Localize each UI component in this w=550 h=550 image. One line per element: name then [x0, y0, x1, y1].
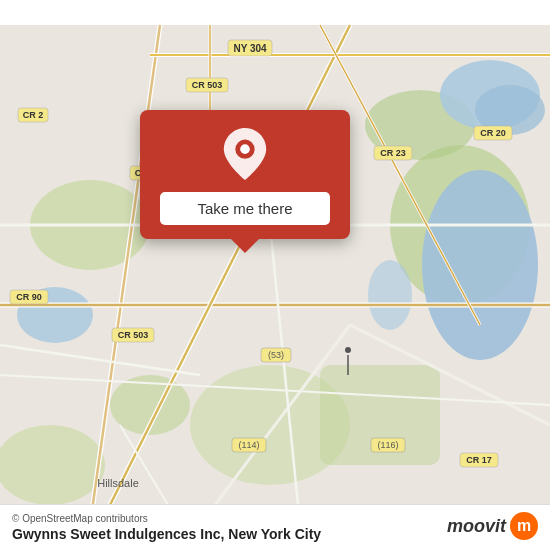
moovit-icon: m: [510, 512, 538, 540]
svg-text:Hillsdale: Hillsdale: [97, 477, 139, 489]
svg-text:NY 304: NY 304: [233, 43, 267, 54]
svg-text:CR 17: CR 17: [466, 455, 492, 465]
svg-point-13: [368, 260, 412, 330]
svg-text:CR 2: CR 2: [23, 110, 44, 120]
map-svg: NY 304 CR 2 CR 503 CR 5 CR 23 CR 20 CR 9…: [0, 0, 550, 550]
svg-text:(114): (114): [238, 440, 259, 450]
svg-text:CR 90: CR 90: [16, 292, 42, 302]
svg-point-59: [345, 347, 351, 353]
map-container: NY 304 CR 2 CR 503 CR 5 CR 23 CR 20 CR 9…: [0, 0, 550, 550]
svg-text:CR 23: CR 23: [380, 148, 406, 158]
moovit-logo: moovit m: [447, 512, 538, 540]
svg-text:CR 503: CR 503: [118, 330, 149, 340]
popup: Take me there: [140, 110, 350, 239]
take-me-there-button[interactable]: Take me there: [160, 192, 330, 225]
svg-point-11: [422, 170, 538, 360]
svg-point-61: [240, 144, 250, 154]
svg-text:(116): (116): [377, 440, 398, 450]
svg-text:(53): (53): [268, 350, 284, 360]
location-pin-icon: [223, 128, 267, 180]
moovit-text: moovit: [447, 516, 506, 537]
svg-text:CR 20: CR 20: [480, 128, 506, 138]
svg-point-7: [0, 425, 105, 505]
svg-text:CR 503: CR 503: [192, 80, 223, 90]
